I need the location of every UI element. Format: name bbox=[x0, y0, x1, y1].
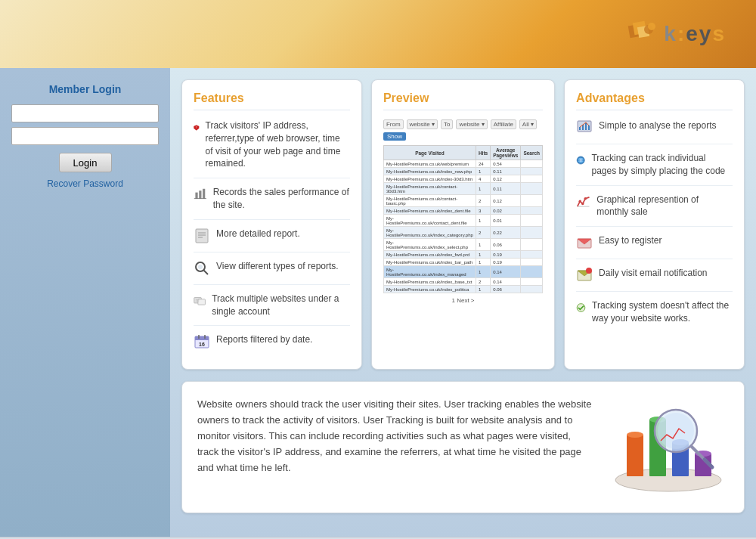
preview-cell bbox=[521, 239, 543, 251]
preview-cell: 1 bbox=[476, 266, 490, 278]
preview-to-select[interactable]: website ▾ bbox=[456, 119, 487, 129]
login-button[interactable]: Login bbox=[59, 153, 112, 172]
email-notification-icon bbox=[576, 267, 593, 283]
table-row: My-HostilePremiums.co.uk/index-30d3.htm4… bbox=[383, 175, 542, 183]
register-icon bbox=[576, 234, 593, 251]
preview-cell bbox=[521, 278, 543, 286]
preview-cell bbox=[521, 207, 543, 215]
preview-cell bbox=[521, 266, 543, 278]
content-area: Features ! Track visitors' IP address, r… bbox=[170, 68, 756, 537]
feature-text-types: View different types of reports. bbox=[216, 260, 339, 273]
bottom-section: Website owners should track the user vis… bbox=[181, 381, 745, 513]
preview-cell: 1 bbox=[476, 259, 490, 266]
features-panel: Features ! Track visitors' IP address, r… bbox=[181, 79, 362, 370]
preview-cell: 0.54 bbox=[491, 160, 521, 168]
table-row: My-HostilePremiums.co.uk/index_category.… bbox=[383, 227, 542, 239]
preview-cell: My-HostilePremiums.co.uk/index_base_txt bbox=[383, 278, 476, 286]
preview-website-select[interactable]: website ▾ bbox=[407, 119, 438, 129]
advantage-item: Tracking system doesn't affect the way y… bbox=[576, 299, 733, 333]
preview-cell: 2 bbox=[476, 227, 490, 239]
preview-cell: 4 bbox=[476, 175, 490, 183]
preview-pagination[interactable]: 1 Next > bbox=[383, 297, 543, 304]
preview-cell: 0.02 bbox=[491, 207, 521, 215]
svg-rect-9 bbox=[203, 189, 205, 199]
preview-title: Preview bbox=[383, 91, 543, 110]
advantage-text-email: Daily visit email notification bbox=[599, 267, 707, 280]
preview-cell: 1 bbox=[476, 183, 490, 195]
preview-cell: My-HostilePremiums.co.uk/contact_dent.fi… bbox=[383, 215, 476, 227]
svg-point-56 bbox=[658, 413, 694, 449]
preview-table: Page Visited Hits Average Pageviews Sear… bbox=[383, 145, 543, 293]
preview-cell: My-HostilePremiums.co.uk/contact-basic.p… bbox=[383, 195, 476, 207]
preview-cell: 0.11 bbox=[491, 168, 521, 175]
feature-item: More detailed report. bbox=[194, 228, 350, 252]
svg-rect-30 bbox=[585, 122, 587, 130]
preview-col-hits: Hits bbox=[476, 146, 490, 160]
svg-rect-23 bbox=[195, 336, 209, 340]
svg-rect-28 bbox=[579, 127, 581, 130]
svg-rect-7 bbox=[195, 193, 197, 199]
svg-point-37 bbox=[581, 202, 584, 204]
preview-affiliate-select[interactable]: All ▾ bbox=[519, 119, 537, 129]
advantage-item: Tracking can track individual pages by s… bbox=[576, 152, 733, 186]
view-reports-icon bbox=[194, 260, 210, 277]
advantage-text-graphical: Graphical represention of monthly sale bbox=[596, 194, 733, 219]
preview-cell bbox=[521, 168, 543, 175]
preview-cell bbox=[521, 286, 543, 293]
preview-panel: Preview From website ▾ To website ▾ Affi… bbox=[371, 79, 555, 370]
sales-icon bbox=[194, 186, 207, 203]
analyse-icon bbox=[576, 119, 593, 136]
feature-item: View different types of reports. bbox=[194, 260, 350, 285]
preview-cell bbox=[521, 160, 543, 168]
password-input[interactable] bbox=[11, 127, 159, 145]
advantage-text-analyse: Simple to analyse the reports bbox=[599, 119, 716, 132]
preview-cell: 0.06 bbox=[491, 239, 521, 251]
preview-cell bbox=[521, 259, 543, 266]
main-layout: Member Login Login Recover Password Feat… bbox=[0, 68, 756, 537]
table-row: My-HostilePremiums.co.uk/contact-basic.p… bbox=[383, 195, 542, 207]
preview-col-avg: Average Pageviews bbox=[491, 146, 521, 160]
logo: k:eys bbox=[627, 19, 726, 49]
table-row: My-HostilePremiums.co.uk/web/premium240.… bbox=[383, 160, 542, 168]
features-title: Features bbox=[194, 91, 350, 110]
preview-cell: 0.14 bbox=[491, 278, 521, 286]
svg-rect-31 bbox=[588, 125, 590, 130]
preview-cell bbox=[521, 227, 543, 239]
preview-cell: 0.19 bbox=[491, 259, 521, 266]
preview-controls: From website ▾ To website ▾ Affiliate Al… bbox=[383, 119, 543, 141]
no-affect-icon bbox=[576, 299, 586, 316]
username-input[interactable] bbox=[11, 104, 159, 122]
preview-cell bbox=[521, 215, 543, 227]
feature-text-date: Reports filtered by date. bbox=[216, 333, 312, 346]
svg-rect-19 bbox=[198, 299, 206, 305]
preview-col-search: Search bbox=[521, 146, 543, 160]
preview-col-page: Page Visited bbox=[383, 146, 476, 160]
advantage-item: Daily visit email notification bbox=[576, 267, 733, 292]
preview-cell: 1 bbox=[476, 215, 490, 227]
preview-cell: 0.19 bbox=[491, 251, 521, 259]
table-row: My-HostilePremiums.co.uk/index_dent.file… bbox=[383, 207, 542, 215]
svg-point-4 bbox=[648, 23, 655, 30]
advantages-panel: Advantages Simple to analyse the reports bbox=[564, 79, 745, 370]
preview-cell: My-HostilePremiums.co.uk/index_new.php bbox=[383, 168, 476, 175]
preview-cell: 0.14 bbox=[491, 266, 521, 278]
svg-point-38 bbox=[584, 197, 587, 199]
sidebar: Member Login Login Recover Password bbox=[0, 68, 170, 537]
recover-password-link[interactable]: Recover Password bbox=[11, 178, 159, 189]
preview-cell bbox=[521, 183, 543, 195]
preview-cell: My-HostilePremiums.co.uk/index-30d3.htm bbox=[383, 175, 476, 183]
shield-icon: ! bbox=[194, 119, 200, 136]
preview-cell: My-HostilePremiums.co.uk/index_fwd.prd bbox=[383, 251, 476, 259]
table-row: My-HostilePremiums.co.uk/index_select.ph… bbox=[383, 239, 542, 251]
feature-item: 16 Reports filtered by date. bbox=[194, 333, 350, 358]
advantage-item: Graphical represention of monthly sale bbox=[576, 194, 733, 228]
preview-cell bbox=[521, 195, 543, 207]
preview-affiliate-label: Affiliate bbox=[491, 119, 516, 129]
preview-cell: 2 bbox=[476, 278, 490, 286]
preview-cell: My-HostilePremiums.co.uk/web/premium bbox=[383, 160, 476, 168]
feature-text-detailed: More detailed report. bbox=[216, 228, 300, 240]
advantage-text-register: Easy to register bbox=[599, 234, 662, 247]
feature-item: ! Track visitors' IP address, referrer,t… bbox=[194, 119, 350, 178]
member-login-title: Member Login bbox=[11, 83, 159, 95]
preview-show-button[interactable]: Show bbox=[383, 132, 406, 141]
